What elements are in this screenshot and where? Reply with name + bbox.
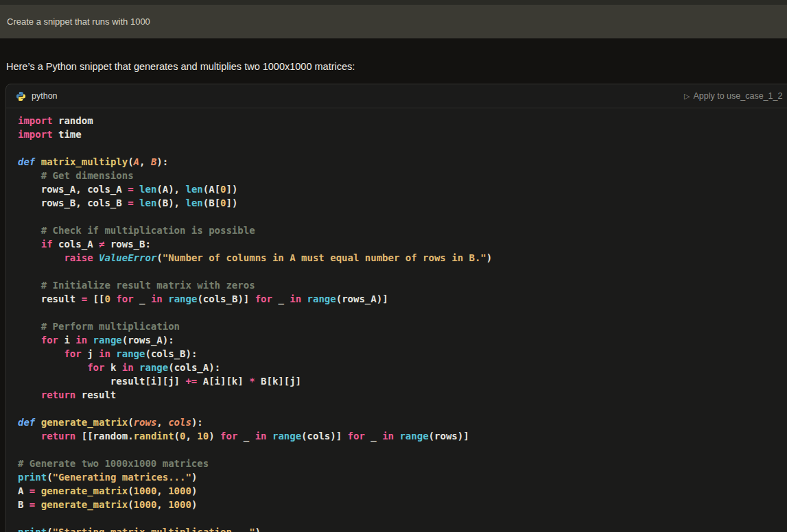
code-token: matrix_multiply bbox=[41, 156, 128, 167]
code-token: time bbox=[53, 129, 82, 140]
code-token: range bbox=[307, 293, 336, 304]
code-token bbox=[18, 170, 41, 181]
code-token: range bbox=[272, 431, 301, 442]
code-line: return [[random.randint(0, 10) for _ in … bbox=[18, 429, 787, 443]
code-token: return bbox=[41, 389, 76, 400]
code-token: += bbox=[185, 376, 197, 387]
code-token: range bbox=[168, 293, 197, 304]
code-token: result bbox=[18, 293, 82, 304]
code-token: range bbox=[139, 362, 168, 373]
code-token bbox=[18, 362, 87, 373]
code-token: B bbox=[18, 499, 30, 510]
code-token: in bbox=[290, 293, 301, 304]
user-message-bar[interactable]: Create a snippet that runs with 1000 bbox=[0, 5, 787, 38]
code-token: ): bbox=[156, 156, 168, 167]
code-token: (A[ bbox=[203, 184, 220, 195]
code-line: # Check if multiplication is possible bbox=[18, 223, 787, 237]
code-line: result[i][j] += A[i][k] * B[k][j] bbox=[18, 374, 787, 388]
code-token: "Generating matrices..." bbox=[53, 472, 191, 483]
window-top-strip bbox=[0, 0, 787, 5]
code-token: "Starting matrix multiplication..." bbox=[53, 527, 255, 532]
code-token: (rows)] bbox=[429, 431, 469, 442]
code-block: python ▷ Apply to use_case_1_2 import ra… bbox=[5, 84, 787, 532]
code-token bbox=[18, 239, 41, 250]
code-token: , bbox=[139, 156, 151, 167]
code-token: print bbox=[18, 527, 47, 532]
code-line bbox=[18, 265, 787, 278]
code-token: import bbox=[18, 129, 53, 140]
code-line: A = generate_matrix(1000, 1000) bbox=[18, 484, 787, 498]
code-token: for bbox=[348, 431, 365, 442]
code-line bbox=[18, 402, 787, 415]
code-token bbox=[87, 335, 93, 346]
code-token bbox=[18, 321, 41, 332]
code-token: def bbox=[18, 156, 35, 167]
code-token: for bbox=[41, 335, 58, 346]
code-token bbox=[35, 485, 40, 496]
code-token: 0 bbox=[220, 197, 226, 208]
code-token: random bbox=[53, 115, 93, 126]
code-token: ) bbox=[209, 431, 220, 442]
python-logo-icon bbox=[16, 91, 26, 101]
code-token: in bbox=[122, 362, 134, 373]
code-line bbox=[18, 141, 787, 155]
code-token: len bbox=[185, 184, 202, 195]
assistant-intro-text: Here’s a Python snippet that generates a… bbox=[6, 61, 787, 72]
code-line bbox=[18, 443, 787, 457]
apply-button[interactable]: ▷ Apply to use_case_1_2 bbox=[684, 84, 782, 108]
code-token: ( bbox=[128, 499, 133, 510]
code-token: (B[ bbox=[203, 197, 220, 208]
code-area[interactable]: import randomimport time def matrix_mult… bbox=[6, 108, 787, 532]
code-token: ValueError bbox=[99, 252, 156, 263]
code-token bbox=[18, 280, 41, 291]
play-outline-icon: ▷ bbox=[684, 93, 690, 100]
code-token: ( bbox=[47, 527, 52, 532]
code-token: * bbox=[249, 376, 255, 387]
code-line: for j in range(cols_B): bbox=[18, 347, 787, 361]
code-token: ) bbox=[191, 499, 197, 510]
code-token: ( bbox=[156, 252, 162, 263]
code-token: in bbox=[75, 335, 87, 346]
code-line: for i in range(rows_A): bbox=[18, 333, 787, 347]
code-token: # Get dimensions bbox=[41, 170, 134, 181]
code-line: import time bbox=[18, 128, 787, 141]
code-token: ) bbox=[486, 252, 492, 263]
code-token bbox=[18, 431, 41, 442]
code-token: for bbox=[220, 431, 237, 442]
code-token bbox=[35, 156, 40, 167]
code-token: _ bbox=[365, 431, 382, 442]
code-token: # Check if multiplication is possible bbox=[41, 225, 255, 236]
code-token: rows_B, cols_B bbox=[18, 197, 128, 208]
code-token bbox=[301, 293, 307, 304]
code-token: (cols_B): bbox=[145, 348, 197, 359]
code-token: = bbox=[82, 293, 87, 304]
code-line: rows_A, cols_A = len(A), len(A[0]) bbox=[18, 182, 787, 196]
code-token: return bbox=[41, 431, 76, 442]
code-token bbox=[18, 335, 41, 346]
code-token: rows_B: bbox=[104, 239, 150, 250]
code-token bbox=[267, 431, 272, 442]
code-token: 1000 bbox=[168, 485, 191, 496]
code-line: # Generate two 1000x1000 matrices bbox=[18, 457, 787, 470]
code-token: import bbox=[18, 115, 53, 126]
code-token: , bbox=[156, 417, 168, 428]
code-token: , bbox=[185, 431, 197, 442]
code-token: [[random. bbox=[75, 431, 133, 442]
code-token: ) bbox=[255, 527, 261, 532]
code-line bbox=[18, 210, 787, 223]
apply-button-label: Apply to use_case_1_2 bbox=[693, 91, 782, 101]
code-token: k bbox=[104, 362, 121, 373]
code-line: return result bbox=[18, 388, 787, 402]
code-token: (A), bbox=[156, 184, 185, 195]
code-line: raise ValueError("Number of columns in A… bbox=[18, 251, 787, 265]
code-token: B[k][j] bbox=[255, 376, 301, 387]
code-token: rows_A, cols_A bbox=[18, 184, 128, 195]
code-token: A[i][k] bbox=[197, 376, 249, 387]
code-token: 1000 bbox=[134, 485, 157, 496]
code-token bbox=[163, 293, 168, 304]
code-token: _ bbox=[237, 431, 255, 442]
code-line: import random bbox=[18, 114, 787, 128]
code-token: 10 bbox=[197, 431, 209, 442]
code-token: = bbox=[128, 184, 133, 195]
code-token: ): bbox=[191, 417, 203, 428]
